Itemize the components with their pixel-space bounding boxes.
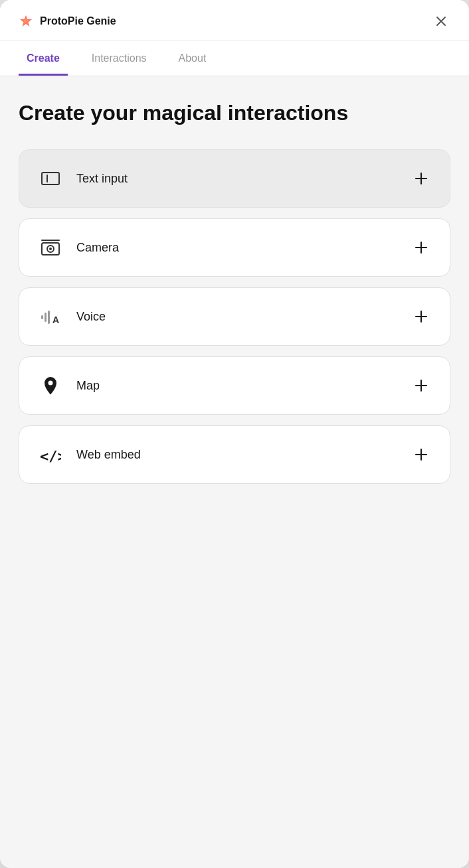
voice-label: Voice: [76, 310, 106, 324]
tab-create[interactable]: Create: [19, 40, 68, 76]
item-left-web-embed: </> Web embed: [38, 442, 141, 467]
text-input-label: Text input: [76, 172, 128, 186]
tab-interactions[interactable]: Interactions: [84, 40, 155, 76]
tab-bar: Create Interactions About: [0, 40, 469, 76]
map-label: Map: [76, 379, 100, 393]
voice-add-button[interactable]: [411, 307, 431, 326]
item-left-camera: Camera: [38, 235, 119, 260]
text-input-add-button[interactable]: [411, 169, 431, 188]
svg-rect-8: [41, 240, 60, 241]
camera-label: Camera: [76, 241, 119, 255]
list-item-web-embed[interactable]: </> Web embed: [19, 425, 450, 484]
list-item-camera[interactable]: Camera: [19, 218, 450, 277]
svg-rect-4: [42, 173, 59, 184]
svg-rect-16: [48, 311, 50, 324]
interaction-list: Text input: [19, 149, 450, 484]
main-content: Create your magical interactions Text in…: [0, 76, 469, 868]
svg-text:</>: </>: [40, 448, 61, 465]
web-embed-label: Web embed: [76, 448, 141, 462]
page-heading: Create your magical interactions: [19, 100, 450, 125]
item-left-text-input: Text input: [38, 166, 128, 191]
list-item-map[interactable]: Map: [19, 356, 450, 415]
list-item-text-input[interactable]: Text input: [19, 149, 450, 208]
svg-text:A: A: [52, 315, 59, 325]
app-window: ProtoPie Genie Create Interactions About…: [0, 0, 469, 868]
title-bar: ProtoPie Genie: [0, 0, 469, 40]
genie-icon: [19, 14, 33, 29]
list-item-voice[interactable]: A Voice: [19, 287, 450, 346]
tab-about[interactable]: About: [171, 40, 215, 76]
text-input-icon: [38, 166, 63, 191]
close-button[interactable]: [432, 12, 450, 31]
web-embed-add-button[interactable]: [411, 445, 431, 465]
item-left-map: Map: [38, 373, 100, 398]
svg-point-11: [49, 248, 52, 250]
camera-add-button[interactable]: [411, 238, 431, 257]
svg-rect-14: [41, 315, 43, 319]
camera-icon: [38, 235, 63, 260]
voice-icon: A: [38, 304, 63, 329]
app-title: ProtoPie Genie: [40, 15, 116, 27]
map-icon: [38, 373, 63, 398]
title-bar-left: ProtoPie Genie: [19, 14, 116, 29]
item-left-voice: A Voice: [38, 304, 106, 329]
svg-point-20: [48, 381, 53, 386]
map-add-button[interactable]: [411, 376, 431, 396]
svg-rect-15: [45, 313, 47, 322]
web-embed-icon: </>: [38, 442, 63, 467]
